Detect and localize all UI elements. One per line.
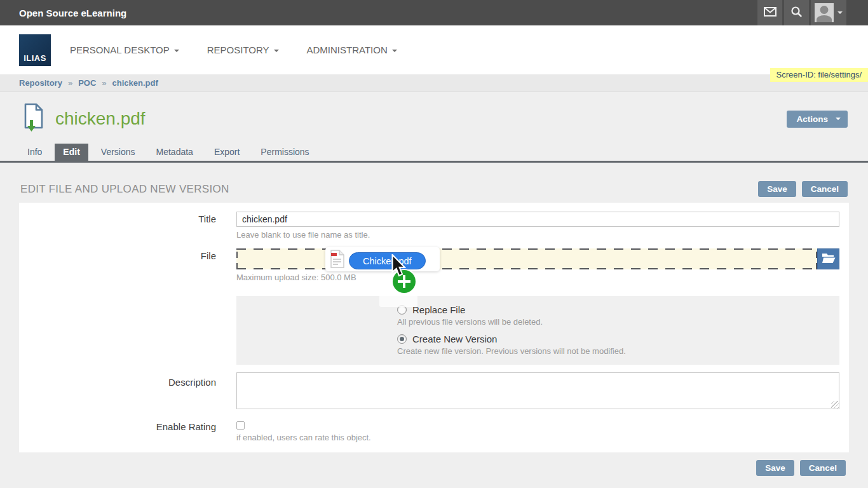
chevron-down-icon	[174, 50, 179, 52]
breadcrumb: Repository » POC » chicken.pdf	[0, 74, 868, 92]
edit-file-form: Title Leave blank to use file name as ti…	[19, 203, 849, 452]
page-title: chicken.pdf	[55, 109, 146, 129]
tab-versions[interactable]: Versions	[93, 144, 144, 161]
enable-rating-checkbox[interactable]	[236, 421, 245, 430]
nav-personal-desktop[interactable]: PERSONAL DESKTOP	[70, 44, 179, 55]
tab-export[interactable]: Export	[206, 144, 248, 161]
upload-mode-panel: Replace File All previous file versions …	[236, 296, 839, 365]
create-new-version-option[interactable]: Create New Version	[236, 334, 839, 344]
chevron-down-icon	[392, 50, 397, 52]
main-nav: PERSONAL DESKTOP REPOSITORY ADMINISTRATI…	[70, 44, 397, 55]
nav-label: ADMINISTRATION	[307, 44, 388, 55]
top-bar: Open Source eLearning	[0, 0, 868, 25]
breadcrumb-poc[interactable]: POC	[78, 78, 96, 88]
upload-mode-row: Replace File All previous file versions …	[19, 290, 849, 365]
ilias-logo[interactable]: ILIAS	[19, 34, 51, 66]
file-field-row: File Maximum upload size: 500.0 MB	[19, 248, 849, 283]
title-field-label: Title	[19, 212, 236, 241]
cancel-button-bottom[interactable]: Cancel	[800, 460, 846, 476]
site-title: Open Source eLearning	[19, 8, 126, 18]
chevron-down-icon	[836, 118, 841, 120]
description-textarea[interactable]	[236, 372, 839, 409]
mail-button[interactable]	[757, 0, 782, 25]
search-button[interactable]	[784, 0, 809, 25]
main-header: ILIAS PERSONAL DESKTOP REPOSITORY ADMINI…	[0, 25, 868, 74]
user-avatar	[815, 3, 834, 22]
create-new-version-label: Create New Version	[412, 334, 497, 344]
file-dropzone[interactable]	[236, 248, 817, 269]
description-field-label: Description	[19, 372, 236, 409]
file-field-label: File	[19, 248, 236, 283]
replace-file-option[interactable]: Replace File	[236, 304, 839, 315]
rating-field-help: if enabled, users can rate this object.	[236, 432, 839, 444]
nav-label: PERSONAL DESKTOP	[70, 44, 170, 55]
tab-edit[interactable]: Edit	[55, 144, 88, 161]
browse-files-button[interactable]	[817, 248, 839, 269]
mail-icon	[764, 7, 776, 19]
form-commands-top: Save Cancel	[758, 181, 848, 197]
form-commands-bottom: Save Cancel	[0, 452, 868, 476]
search-icon	[790, 6, 803, 20]
cursor-pointer-icon	[391, 254, 406, 280]
page-title-row: chicken.pdf Actions	[0, 92, 868, 135]
dragged-file-chip: Chicken.pdf	[349, 252, 426, 269]
ilias-app: Open Source eLearning ILIAS PERSONAL D	[0, 0, 868, 488]
breadcrumb-separator: »	[102, 78, 106, 88]
tab-metadata[interactable]: Metadata	[148, 144, 201, 161]
tab-permissions[interactable]: Permissions	[252, 144, 317, 161]
form-title: EDIT FILE AND UPLOAD NEW VERSION	[20, 183, 229, 196]
open-folder-icon	[822, 252, 836, 266]
cancel-button[interactable]: Cancel	[802, 181, 848, 197]
rating-field-label: Enable Rating	[19, 419, 236, 444]
form-header: EDIT FILE AND UPLOAD NEW VERSION Save Ca…	[0, 181, 868, 197]
user-menu-button[interactable]	[811, 0, 846, 25]
file-download-icon	[23, 103, 44, 135]
tab-info[interactable]: Info	[19, 144, 50, 161]
replace-file-help: All previous file versions will be delet…	[397, 316, 839, 328]
actions-button[interactable]: Actions	[787, 111, 848, 128]
topbar-actions	[757, 0, 846, 25]
save-button-bottom[interactable]: Save	[756, 460, 794, 476]
nav-repository[interactable]: REPOSITORY	[207, 44, 279, 55]
actions-label: Actions	[796, 114, 828, 124]
logo-text: ILIAS	[24, 53, 46, 63]
drag-ghost-fade	[379, 294, 417, 307]
radio-create-new-version[interactable]	[397, 334, 407, 344]
breadcrumb-separator: »	[68, 78, 72, 88]
replace-file-label: Replace File	[412, 304, 465, 315]
title-field-help: Leave blank to use file name as title.	[236, 229, 839, 241]
tab-bar: Info Edit Versions Metadata Export Permi…	[0, 144, 868, 163]
breadcrumb-repository[interactable]: Repository	[19, 78, 62, 88]
rating-field-row: Enable Rating if enabled, users can rate…	[19, 419, 849, 444]
title-input[interactable]	[236, 212, 839, 227]
pdf-file-icon	[330, 250, 344, 271]
description-field-row: Description	[19, 372, 849, 409]
file-field-help: Maximum upload size: 500.0 MB	[236, 272, 839, 283]
chevron-down-icon	[837, 11, 843, 14]
screen-id-badge: Screen-ID: file/settings/	[770, 68, 868, 82]
chevron-down-icon	[274, 50, 279, 52]
save-button[interactable]: Save	[758, 181, 796, 197]
nav-administration[interactable]: ADMINISTRATION	[307, 44, 397, 55]
create-new-version-help: Create new file version. Previous versio…	[397, 346, 839, 357]
nav-label: REPOSITORY	[207, 44, 269, 55]
title-field-row: Title Leave blank to use file name as ti…	[19, 212, 849, 241]
breadcrumb-current: chicken.pdf	[112, 78, 158, 88]
